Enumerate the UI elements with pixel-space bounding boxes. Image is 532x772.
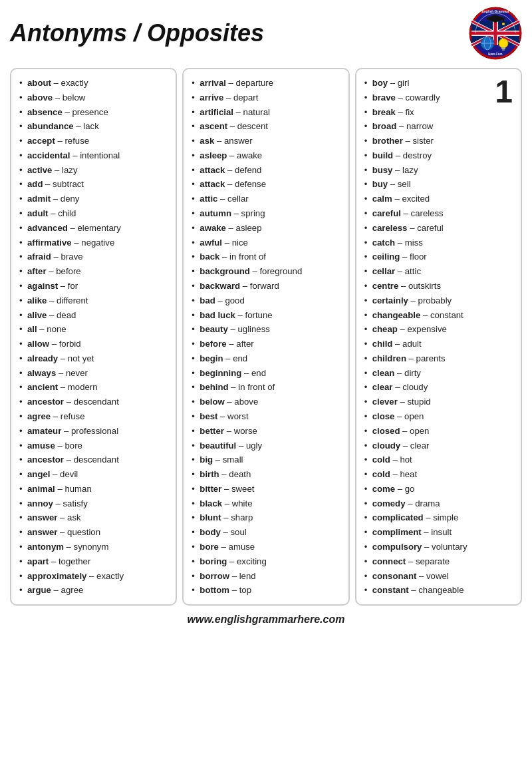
- list-item: apart – together: [19, 554, 168, 569]
- list-item: black – white: [192, 496, 340, 511]
- svg-rect-10: [494, 21, 497, 45]
- list-item: already – not yet: [19, 351, 168, 366]
- list-item: bore – amuse: [192, 540, 340, 554]
- list-item: ascent – descent: [192, 119, 340, 134]
- list-item: alive – dead: [19, 308, 168, 323]
- list-item: closed – open: [364, 424, 493, 439]
- list-item: boring – exciting: [192, 554, 340, 569]
- list-item: break – fix: [364, 105, 493, 120]
- list-item: close – open: [364, 409, 493, 424]
- list-item: adult – child: [19, 206, 168, 221]
- list-item: begin – end: [192, 351, 340, 366]
- list-item: arrival – departure: [192, 76, 340, 91]
- list-item: approximately – exactly: [19, 569, 168, 584]
- list-item: antonym – synonym: [19, 540, 168, 554]
- list-item: before – after: [192, 337, 340, 351]
- col3-header: boy – girlbrave – cowardlybreak – fixbro…: [364, 76, 513, 598]
- list-item: arrive – depart: [192, 91, 340, 105]
- list-item: answer – question: [19, 525, 168, 540]
- list-item: child – adult: [364, 337, 493, 351]
- list-item: bottom – top: [192, 583, 340, 598]
- svg-text:Here.Com: Here.Com: [488, 53, 502, 56]
- list-item: autumn – spring: [192, 206, 340, 221]
- column-3: boy – girlbrave – cowardlybreak – fixbro…: [355, 68, 522, 606]
- list-item: brave – cowardly: [364, 91, 493, 105]
- list-item: answer – ask: [19, 510, 168, 525]
- list-item: beautiful – ugly: [192, 439, 340, 453]
- list-item: comedy – drama: [364, 496, 493, 511]
- list-item: compliment – insult: [364, 525, 493, 540]
- list-item: amuse – bore: [19, 439, 168, 453]
- page-title: Antonyms / Opposites: [10, 19, 264, 47]
- list-item: body – soul: [192, 525, 340, 540]
- page-header: Antonyms / Opposites English Grammar Her…: [10, 7, 522, 60]
- list-item: certainly – probably: [364, 293, 493, 308]
- list-item: below – above: [192, 395, 340, 409]
- list-item: careless – careful: [364, 221, 493, 236]
- list-item: alike – different: [19, 293, 168, 308]
- column-2-list: arrival – departurearrive – departartifi…: [192, 76, 340, 598]
- list-item: attack – defend: [192, 163, 340, 178]
- list-item: angel – devil: [19, 467, 168, 482]
- list-item: afraid – brave: [19, 250, 168, 264]
- list-item: complicated – simple: [364, 510, 493, 525]
- list-item: busy – lazy: [364, 163, 493, 178]
- list-item: absence – presence: [19, 105, 168, 120]
- list-item: beauty – ugliness: [192, 322, 340, 337]
- list-item: careful – careless: [364, 206, 493, 221]
- list-item: birth – death: [192, 467, 340, 482]
- list-item: all – none: [19, 322, 168, 337]
- list-item: cold – hot: [364, 453, 493, 467]
- list-item: cheap – expensive: [364, 322, 493, 337]
- list-item: artificial – natural: [192, 105, 340, 120]
- list-item: back – in front of: [192, 250, 340, 264]
- list-item: compulsory – voluntary: [364, 540, 493, 554]
- list-item: children – parents: [364, 351, 493, 366]
- list-item: after – before: [19, 264, 168, 279]
- list-item: ancestor – descendant: [19, 453, 168, 467]
- logo-icon: English Grammar Here.Com: [469, 7, 522, 60]
- list-item: calm – excited: [364, 192, 493, 206]
- list-item: advanced – elementary: [19, 221, 168, 236]
- svg-rect-21: [502, 49, 505, 51]
- list-item: constant – changeable: [364, 583, 493, 598]
- list-item: affirmative – negative: [19, 236, 168, 250]
- list-item: bad luck – fortune: [192, 308, 340, 323]
- list-item: borrow – lend: [192, 569, 340, 584]
- list-item: argue – agree: [19, 583, 168, 598]
- list-item: best – worst: [192, 409, 340, 424]
- list-item: accept – refuse: [19, 134, 168, 148]
- footer-url: www.englishgrammarhere.com: [10, 614, 522, 626]
- list-item: bitter – sweet: [192, 482, 340, 496]
- list-item: boy – girl: [364, 76, 493, 91]
- svg-rect-14: [503, 19, 504, 23]
- list-item: attack – defense: [192, 177, 340, 192]
- list-item: centre – outskirts: [364, 279, 493, 293]
- list-item: clever – stupid: [364, 395, 493, 409]
- list-item: backward – forward: [192, 279, 340, 293]
- list-item: awake – asleep: [192, 221, 340, 236]
- list-item: catch – miss: [364, 236, 493, 250]
- list-item: accidental – intentional: [19, 148, 168, 163]
- list-item: animal – human: [19, 482, 168, 496]
- columns-container: about – exactlyabove – belowabsence – pr…: [10, 68, 522, 606]
- list-item: cloudy – clear: [364, 439, 493, 453]
- list-item: consonant – vowel: [364, 569, 493, 584]
- list-item: awful – nice: [192, 236, 340, 250]
- svg-text:English Grammar: English Grammar: [481, 9, 509, 13]
- list-item: active – lazy: [19, 163, 168, 178]
- list-item: cold – heat: [364, 467, 493, 482]
- list-item: build – destroy: [364, 148, 493, 163]
- list-item: brother – sister: [364, 134, 493, 148]
- list-item: cellar – attic: [364, 264, 493, 279]
- list-item: background – foreground: [192, 264, 340, 279]
- list-item: broad – narrow: [364, 119, 493, 134]
- list-item: big – small: [192, 453, 340, 467]
- list-item: admit – deny: [19, 192, 168, 206]
- page-number-badge: 1: [495, 76, 513, 108]
- svg-point-15: [502, 23, 505, 25]
- list-item: attic – cellar: [192, 192, 340, 206]
- list-item: annoy – satisfy: [19, 496, 168, 511]
- column-1-list: about – exactlyabove – belowabsence – pr…: [19, 76, 168, 598]
- list-item: better – worse: [192, 424, 340, 439]
